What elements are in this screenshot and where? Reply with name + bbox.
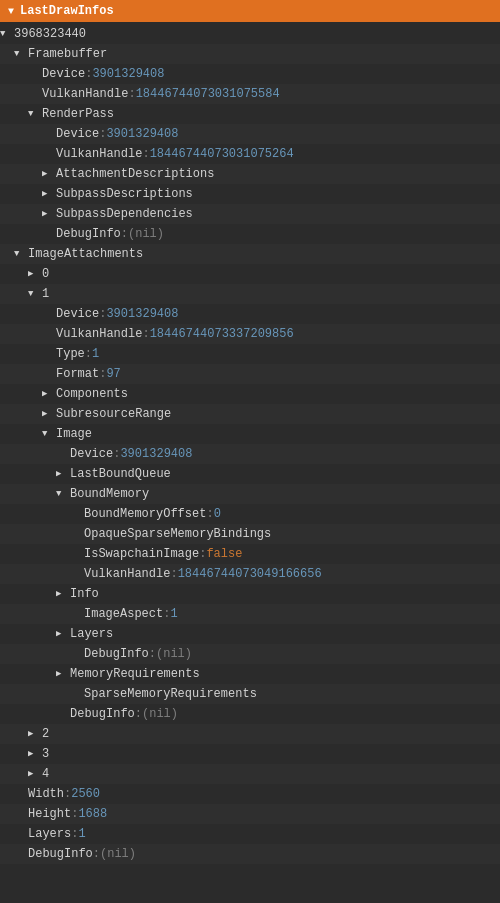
tree-row: Layers: 1 — [0, 824, 500, 844]
tree-row: DebugInfo: (nil) — [0, 844, 500, 864]
tree-arrow[interactable] — [14, 245, 28, 263]
tree-value: 0 — [214, 505, 221, 523]
tree-row[interactable]: AttachmentDescriptions — [0, 164, 500, 184]
tree-key: VulkanHandle — [56, 325, 142, 343]
tree-row[interactable]: Image — [0, 424, 500, 444]
tree-separator: : — [149, 645, 156, 663]
tree-value: 2560 — [71, 785, 100, 803]
tree-row[interactable]: Layers — [0, 624, 500, 644]
tree-arrow[interactable] — [42, 425, 56, 443]
tree-row[interactable]: Framebuffer — [0, 44, 500, 64]
tree-row: Device: 3901329408 — [0, 444, 500, 464]
tree-value: (nil) — [156, 645, 192, 663]
tree-key: 3968323440 — [14, 25, 86, 43]
tree-row[interactable]: 0 — [0, 264, 500, 284]
tree-arrow[interactable] — [0, 25, 14, 43]
tree-arrow[interactable] — [28, 745, 42, 763]
tree-arrow[interactable] — [28, 265, 42, 283]
tree-row[interactable]: 4 — [0, 764, 500, 784]
tree-separator: : — [135, 705, 142, 723]
tree-separator: : — [163, 605, 170, 623]
tree-arrow[interactable] — [42, 385, 56, 403]
tree-arrow[interactable] — [56, 485, 70, 503]
tree-row: SparseMemoryRequirements — [0, 684, 500, 704]
tree-value: 1688 — [78, 805, 107, 823]
tree-key: DebugInfo — [56, 225, 121, 243]
tree-arrow[interactable] — [28, 725, 42, 743]
tree-value: 18446744073049166656 — [178, 565, 322, 583]
tree-row: Type: 1 — [0, 344, 500, 364]
tree-row[interactable]: Components — [0, 384, 500, 404]
tree-key: SubpassDescriptions — [56, 185, 193, 203]
tree-separator: : — [71, 825, 78, 843]
tree-arrow[interactable] — [56, 465, 70, 483]
tree-row[interactable]: SubpassDescriptions — [0, 184, 500, 204]
tree-value: 1 — [78, 825, 85, 843]
tree-arrow[interactable] — [28, 105, 42, 123]
tree-key: Info — [70, 585, 99, 603]
tree-arrow[interactable] — [28, 765, 42, 783]
tree-separator: : — [206, 505, 213, 523]
tree-arrow[interactable] — [42, 165, 56, 183]
tree-row: Height: 1688 — [0, 804, 500, 824]
tree-row[interactable]: LastBoundQueue — [0, 464, 500, 484]
tree-value: 1 — [92, 345, 99, 363]
tree-row[interactable]: SubpassDependencies — [0, 204, 500, 224]
tree-row[interactable]: SubresourceRange — [0, 404, 500, 424]
tree-key: SubresourceRange — [56, 405, 171, 423]
tree-row: Device: 3901329408 — [0, 304, 500, 324]
tree-key: 4 — [42, 765, 49, 783]
tree-row[interactable]: RenderPass — [0, 104, 500, 124]
tree-key: Device — [56, 125, 99, 143]
tree-row[interactable]: 1 — [0, 284, 500, 304]
tree-key: BoundMemoryOffset — [84, 505, 206, 523]
tree-arrow[interactable] — [14, 45, 28, 63]
tree-arrow[interactable] — [56, 625, 70, 643]
tree-row[interactable]: 3 — [0, 744, 500, 764]
tree-row[interactable]: MemoryRequirements — [0, 664, 500, 684]
tree-row: DebugInfo: (nil) — [0, 644, 500, 664]
tree-value: 18446744073031075584 — [136, 85, 280, 103]
tree-arrow[interactable] — [42, 205, 56, 223]
tree-key: Device — [42, 65, 85, 83]
tree-row[interactable]: Info — [0, 584, 500, 604]
tree-arrow[interactable] — [28, 285, 42, 303]
tree-key: DebugInfo — [70, 705, 135, 723]
tree-separator: : — [199, 545, 206, 563]
tree-arrow[interactable] — [56, 585, 70, 603]
tree-value: 1 — [170, 605, 177, 623]
tree-value: 18446744073337209856 — [150, 325, 294, 343]
tree-arrow[interactable] — [56, 665, 70, 683]
tree-key: Device — [70, 445, 113, 463]
tree-separator: : — [142, 145, 149, 163]
tree-value: 3901329408 — [106, 305, 178, 323]
tree-row[interactable]: 3968323440 — [0, 24, 500, 44]
tree-value: 3901329408 — [92, 65, 164, 83]
title-text: LastDrawInfos — [20, 4, 114, 18]
tree-key: 1 — [42, 285, 49, 303]
tree-row: Format: 97 — [0, 364, 500, 384]
tree-key: SparseMemoryRequirements — [84, 685, 257, 703]
tree-key: Framebuffer — [28, 45, 107, 63]
tree-key: BoundMemory — [70, 485, 149, 503]
tree-row[interactable]: ImageAttachments — [0, 244, 500, 264]
tree-key: 2 — [42, 725, 49, 743]
tree-arrow[interactable] — [42, 405, 56, 423]
tree-value: 97 — [106, 365, 120, 383]
tree-key: RenderPass — [42, 105, 114, 123]
tree-value: (nil) — [142, 705, 178, 723]
tree-arrow[interactable] — [42, 185, 56, 203]
tree-key: DebugInfo — [28, 845, 93, 863]
tree-separator: : — [113, 445, 120, 463]
tree-key: OpaqueSparseMemoryBindings — [84, 525, 271, 543]
tree-key: 3 — [42, 745, 49, 763]
tree-row[interactable]: BoundMemory — [0, 484, 500, 504]
tree-row[interactable]: 2 — [0, 724, 500, 744]
tree-key: Layers — [70, 625, 113, 643]
tree-separator: : — [71, 805, 78, 823]
tree-key: VulkanHandle — [56, 145, 142, 163]
tree-separator: : — [85, 65, 92, 83]
tree-key: SubpassDependencies — [56, 205, 193, 223]
tree-row: VulkanHandle: 18446744073049166656 — [0, 564, 500, 584]
tree-key: Layers — [28, 825, 71, 843]
